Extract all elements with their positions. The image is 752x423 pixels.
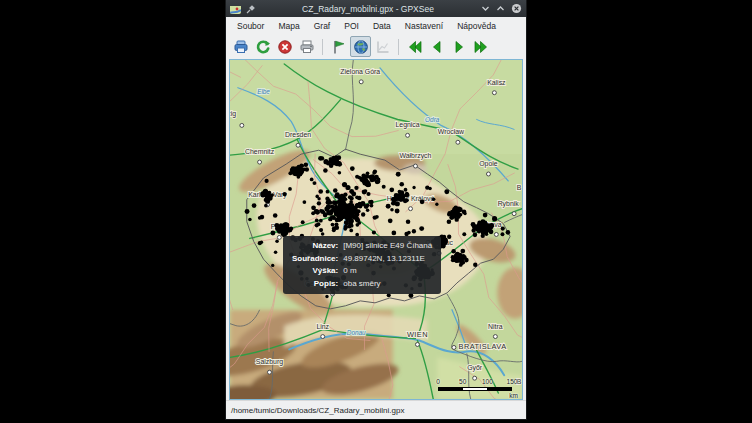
waypoint-dot[interactable] [252, 203, 257, 208]
waypoint-dot[interactable] [282, 192, 286, 196]
waypoint-dot[interactable] [462, 232, 466, 236]
waypoint-dot[interactable] [338, 171, 342, 175]
waypoint-dot[interactable] [315, 223, 319, 227]
next-waypoint-button[interactable] [448, 36, 469, 57]
waypoint-dot[interactable] [389, 187, 394, 192]
open-file-button[interactable] [230, 36, 251, 57]
waypoint-dot[interactable] [324, 206, 329, 211]
waypoint-dot[interactable] [273, 213, 278, 218]
waypoint-dot[interactable] [451, 255, 455, 259]
waypoint-dot[interactable] [335, 218, 340, 223]
show-poi-button[interactable] [328, 36, 349, 57]
waypoint-dot[interactable] [388, 218, 393, 223]
menu-item-npovda[interactable]: Nápověda [451, 19, 502, 33]
waypoint-dot[interactable] [444, 189, 449, 194]
waypoint-dot[interactable] [344, 220, 348, 224]
waypoint-dot[interactable] [305, 167, 309, 171]
waypoint-dot[interactable] [459, 263, 463, 267]
waypoint-dot[interactable] [366, 204, 370, 208]
title-bar[interactable]: CZ_Radary_mobilni.gpx - GPXSee [226, 0, 526, 17]
waypoint-dot[interactable] [463, 212, 466, 215]
waypoint-dot[interactable] [275, 226, 280, 231]
waypoint-dot[interactable] [326, 200, 330, 204]
waypoint-dot[interactable] [451, 249, 456, 254]
waypoint-dot[interactable] [482, 221, 487, 226]
waypoint-dot[interactable] [270, 231, 275, 236]
map-view[interactable]: Zielona GóraKaliszLeipzigDresdenLegnicaW… [229, 59, 523, 400]
waypoint-dot[interactable] [288, 187, 292, 191]
waypoint-dot[interactable] [326, 190, 330, 194]
waypoint-dot[interactable] [264, 204, 268, 208]
waypoint-dot[interactable] [369, 175, 373, 179]
waypoint-dot[interactable] [347, 216, 351, 220]
waypoint-dot[interactable] [310, 178, 314, 182]
waypoint-dot[interactable] [338, 211, 342, 215]
waypoint-dot[interactable] [323, 168, 328, 173]
waypoint-dot[interactable] [404, 188, 408, 192]
waypoint-dot[interactable] [265, 198, 270, 203]
waypoint-dot[interactable] [483, 213, 488, 218]
waypoint-dot[interactable] [361, 212, 365, 216]
close-file-button[interactable] [274, 36, 295, 57]
waypoint-dot[interactable] [425, 185, 429, 189]
waypoint-dot[interactable] [262, 192, 267, 197]
waypoint-dot[interactable] [318, 156, 323, 161]
waypoint-dot[interactable] [270, 193, 274, 197]
print-button[interactable] [296, 36, 317, 57]
menu-item-data[interactable]: Data [367, 19, 397, 33]
waypoint-dot[interactable] [405, 192, 409, 196]
waypoint-dot[interactable] [260, 215, 265, 220]
waypoint-dot[interactable] [355, 214, 359, 218]
waypoint-dot[interactable] [373, 215, 377, 219]
waypoint-dot[interactable] [344, 225, 349, 230]
waypoint-dot[interactable] [477, 228, 481, 232]
waypoint-dot[interactable] [366, 208, 370, 212]
waypoint-dot[interactable] [412, 186, 415, 189]
waypoint-dot[interactable] [274, 250, 278, 254]
show-map-button[interactable] [350, 36, 371, 57]
waypoint-dot[interactable] [275, 239, 279, 243]
waypoint-dot[interactable] [461, 255, 465, 259]
waypoint-dot[interactable] [399, 182, 404, 187]
waypoint-dot[interactable] [339, 217, 343, 221]
waypoint-dot[interactable] [435, 203, 438, 206]
waypoint-dot[interactable] [386, 204, 391, 209]
waypoint-dot[interactable] [506, 230, 511, 235]
waypoint-dot[interactable] [492, 216, 497, 221]
waypoint-dot[interactable] [271, 264, 274, 267]
waypoint-dot[interactable] [487, 229, 491, 233]
waypoint-dot[interactable] [319, 228, 323, 232]
waypoint-dot[interactable] [315, 195, 319, 199]
waypoint-dot[interactable] [460, 249, 465, 254]
waypoint-dot[interactable] [301, 220, 305, 224]
reload-button[interactable] [252, 36, 273, 57]
waypoint-dot[interactable] [315, 218, 319, 222]
waypoint-dot[interactable] [343, 192, 347, 196]
waypoint-dot[interactable] [299, 163, 303, 167]
waypoint-dot[interactable] [432, 197, 436, 201]
waypoint-dot[interactable] [349, 200, 353, 204]
waypoint-dot[interactable] [420, 199, 425, 204]
waypoint-dot[interactable] [303, 200, 307, 204]
waypoint-dot[interactable] [314, 209, 318, 213]
minimize-button[interactable] [481, 4, 490, 13]
waypoint-dot[interactable] [290, 169, 294, 173]
waypoint-dot[interactable] [311, 205, 316, 210]
waypoint-dot[interactable] [350, 166, 355, 171]
waypoint-dot[interactable] [500, 232, 504, 236]
pin-icon[interactable] [246, 0, 255, 18]
waypoint-dot[interactable] [488, 224, 492, 228]
waypoint-dot[interactable] [289, 226, 293, 230]
waypoint-dot[interactable] [355, 175, 359, 179]
waypoint-dot[interactable] [296, 167, 301, 172]
close-button[interactable] [511, 3, 522, 14]
waypoint-dot[interactable] [374, 175, 379, 180]
waypoint-dot[interactable] [339, 206, 343, 210]
first-waypoint-button[interactable] [404, 36, 425, 57]
menu-item-nastaven[interactable]: Nastavení [399, 19, 449, 33]
waypoint-dot[interactable] [338, 201, 343, 206]
waypoint-dot[interactable] [298, 172, 302, 176]
waypoint-dot[interactable] [319, 209, 322, 212]
waypoint-dot[interactable] [265, 179, 269, 183]
menu-item-poi[interactable]: POI [338, 19, 365, 33]
